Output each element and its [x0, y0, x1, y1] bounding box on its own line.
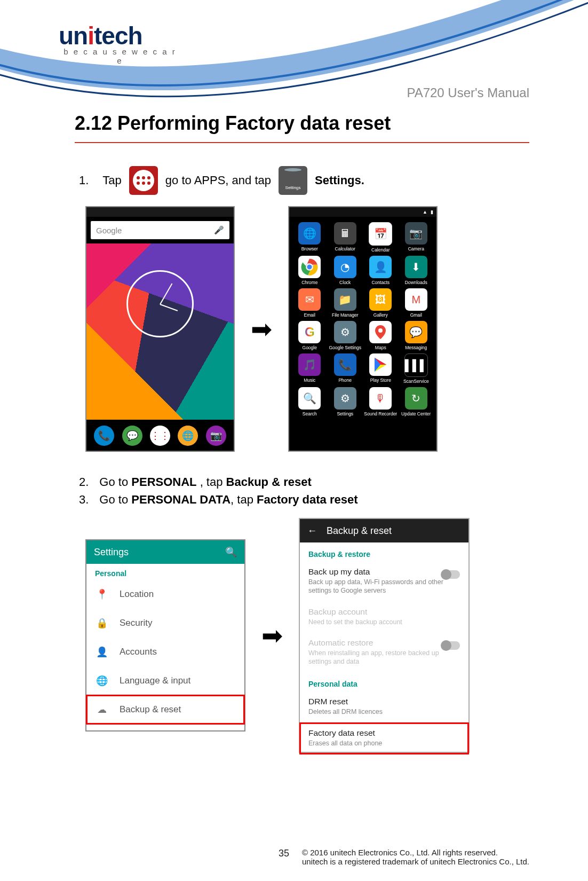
- scanservice-icon: ▌▌▌: [404, 353, 428, 377]
- play-store-icon: [369, 353, 392, 376]
- app-label: Browser: [301, 246, 318, 251]
- back-icon[interactable]: ←: [307, 525, 317, 537]
- settings-item-language-input[interactable]: 🌐Language & input: [86, 666, 244, 695]
- gear-icon: [284, 168, 301, 171]
- settings-item-label: Backup & reset: [120, 704, 181, 715]
- app-update-center[interactable]: ↻Update Center: [399, 387, 434, 416]
- copyright-line-2: unitech is a registered trademark of uni…: [302, 857, 529, 866]
- screenshot-app-drawer: ▲ ▮ 🌐Browser🖩Calculator📅Calendar📷CameraC…: [288, 206, 438, 452]
- settings-item-accounts[interactable]: 👤Accounts: [86, 638, 244, 666]
- item-drm-reset[interactable]: DRM reset Deletes all DRM licences: [300, 691, 468, 722]
- settings-item-security[interactable]: 🔒Security: [86, 609, 244, 638]
- app-search[interactable]: 🔍Search: [292, 387, 327, 416]
- phone-icon[interactable]: 📞: [94, 426, 114, 446]
- app-messaging[interactable]: 💬Messaging: [399, 321, 434, 350]
- step-3-c: , tap: [231, 493, 257, 506]
- app-label: Google Settings: [329, 345, 361, 350]
- app-label: Messaging: [405, 345, 427, 350]
- step-2-b: PERSONAL: [131, 475, 196, 489]
- app-label: Gmail: [410, 312, 422, 318]
- search-placeholder: Google: [96, 226, 122, 235]
- step-3-d: Factory data reset: [257, 493, 358, 506]
- app-downloads[interactable]: ⬇Downloads: [399, 256, 434, 285]
- dock: 📞 💬 ⋮⋮ 🌐 📷: [86, 420, 234, 452]
- app-label: ScanService: [403, 379, 429, 384]
- section-rule: [75, 142, 529, 143]
- clock-widget[interactable]: [126, 270, 194, 337]
- toggle-switch[interactable]: [442, 570, 460, 579]
- app-label: Play Store: [370, 377, 391, 383]
- app-google[interactable]: GGoogle: [292, 321, 327, 350]
- clock-icon: ◔: [334, 256, 356, 278]
- settings-app-icon: Settings: [279, 166, 307, 195]
- google-search-bar[interactable]: Google 🎤: [91, 221, 229, 239]
- arrow-right-icon: ➡: [251, 314, 272, 344]
- screenshot-row-2: Settings 🔍 Personal 📍Location🔒Security👤A…: [85, 518, 529, 753]
- item-backup-account: Backup account Need to set the backup ac…: [300, 602, 468, 633]
- step-3: 3. Go to PERSONAL DATA, tap Factory data…: [79, 491, 529, 508]
- app-label: Clock: [339, 280, 351, 285]
- maps-icon: [369, 321, 392, 343]
- app-settings[interactable]: ⚙Settings: [328, 387, 363, 416]
- section-personal-data: Personal data: [300, 672, 468, 691]
- app-label: Camera: [408, 246, 424, 251]
- app-sound-recorder[interactable]: 🎙Sound Recorder: [363, 387, 398, 416]
- calendar-icon: 📅: [369, 222, 392, 246]
- status-bar: ▲ ▮: [289, 207, 436, 217]
- app-email[interactable]: ✉Email: [292, 288, 327, 318]
- step-1-text-b: go to APPS, and tap: [165, 164, 271, 196]
- app-label: Gallery: [374, 312, 388, 318]
- mic-icon[interactable]: 🎤: [214, 225, 224, 235]
- app-browser[interactable]: 🌐Browser: [292, 222, 327, 253]
- app-music[interactable]: 🎵Music: [292, 353, 327, 384]
- item-automatic-restore: Automatic restore When reinstalling an a…: [300, 633, 468, 673]
- svg-point-2: [307, 264, 313, 270]
- app-maps[interactable]: Maps: [363, 321, 398, 350]
- toggle-switch: [442, 641, 460, 650]
- step-1-number: 1.: [79, 164, 89, 196]
- app-contacts[interactable]: 👤Contacts: [363, 256, 398, 285]
- settings-app-bar: Settings 🔍: [86, 540, 244, 564]
- messaging-icon[interactable]: 💬: [122, 426, 142, 446]
- settings-item-label: Accounts: [120, 647, 157, 657]
- settings-item-backup-reset[interactable]: ☁Backup & reset: [86, 695, 244, 724]
- app-gallery[interactable]: 🖼Gallery: [363, 288, 398, 318]
- app-calculator[interactable]: 🖩Calculator: [328, 222, 363, 253]
- item-subtitle: Deletes all DRM licences: [308, 707, 460, 716]
- settings-icon-label: Settings: [285, 172, 301, 204]
- app-google-settings[interactable]: ⚙Google Settings: [328, 321, 363, 350]
- app-clock[interactable]: ◔Clock: [328, 256, 363, 285]
- backup-reset-icon: ☁: [96, 704, 108, 715]
- camera-icon[interactable]: 📷: [206, 426, 226, 446]
- step-1: 1. Tap go to APPS, and tap Settings Sett…: [79, 164, 529, 196]
- app-label: Contacts: [371, 280, 390, 285]
- google-settings-icon: ⚙: [334, 321, 356, 343]
- app-scanservice[interactable]: ▌▌▌ScanService: [399, 353, 434, 384]
- app-label: Maps: [375, 345, 386, 350]
- app-phone[interactable]: 📞Phone: [328, 353, 363, 384]
- step-3-b: PERSONAL DATA: [131, 493, 231, 506]
- manual-title: PA720 User's Manual: [407, 85, 529, 100]
- app-chrome[interactable]: Chrome: [292, 256, 327, 285]
- app-calendar[interactable]: 📅Calendar: [363, 222, 398, 253]
- apps-icon[interactable]: ⋮⋮: [150, 426, 170, 446]
- app-label: Sound Recorder: [364, 411, 397, 416]
- app-camera[interactable]: 📷Camera: [399, 222, 434, 253]
- settings-item-label: Language & input: [120, 675, 190, 686]
- item-back-up-my-data[interactable]: Back up my data Back up app data, Wi-Fi …: [300, 562, 468, 602]
- search-icon[interactable]: 🔍: [225, 546, 237, 558]
- app-label: Phone: [338, 377, 352, 383]
- email-icon: ✉: [298, 288, 321, 311]
- item-subtitle: Erases all data on phone: [308, 739, 460, 748]
- settings-section-personal: Personal: [86, 564, 244, 580]
- item-factory-data-reset[interactable]: Factory data reset Erases all data on ph…: [300, 723, 468, 754]
- app-file-manager[interactable]: 📁File Manager: [328, 288, 363, 318]
- app-label: Update Center: [401, 411, 431, 416]
- settings-item-location[interactable]: 📍Location: [86, 580, 244, 609]
- browser-icon[interactable]: 🌐: [178, 426, 198, 446]
- page-number: 35: [279, 848, 289, 859]
- app-play-store[interactable]: Play Store: [363, 353, 398, 384]
- settings-icon: ⚙: [334, 387, 356, 410]
- app-gmail[interactable]: MGmail: [399, 288, 434, 318]
- section-backup-restore: Backup & restore: [300, 542, 468, 562]
